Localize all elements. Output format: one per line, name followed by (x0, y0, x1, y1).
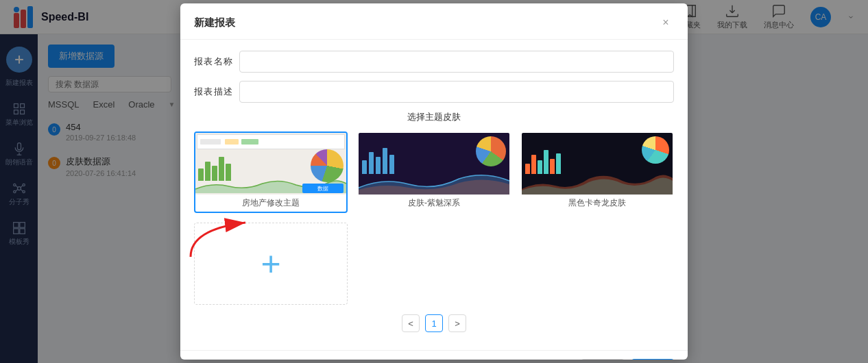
confirm-button[interactable]: 确定 (631, 359, 674, 360)
cancel-button[interactable]: 取消 (581, 359, 625, 360)
theme-add-card[interactable]: + (194, 223, 348, 305)
form-desc-label: 报表描述 (194, 86, 232, 98)
modal-footer: 填报 取消 确定 (180, 350, 688, 360)
pagination-next[interactable]: > (448, 314, 466, 332)
form-row-desc: 报表描述 (194, 81, 674, 103)
theme-preview-0: 数据 (195, 133, 346, 195)
form-name-input[interactable] (239, 51, 674, 73)
new-report-modal: 新建报表 × 报表名称 报表描述 选择主题皮肤 (180, 3, 688, 360)
form-desc-input[interactable] (239, 81, 674, 103)
modal-close-button[interactable]: × (658, 14, 674, 31)
theme-card-2[interactable]: 黑色卡奇龙皮肤 (520, 132, 674, 213)
theme-preview-1 (359, 133, 509, 195)
theme-name-2: 黑色卡奇龙皮肤 (522, 195, 673, 212)
theme-card-0[interactable]: 数据 房地产修改主题 (194, 132, 348, 213)
modal-header: 新建报表 × (180, 3, 688, 40)
form-name-label: 报表名称 (194, 55, 232, 68)
theme-add-plus-icon: + (261, 247, 280, 281)
theme-section-title: 选择主题皮肤 (194, 111, 674, 123)
theme-preview-2 (522, 133, 673, 195)
modal-body: 报表名称 报表描述 选择主题皮肤 (180, 40, 688, 350)
form-row-name: 报表名称 (194, 51, 674, 73)
modal-title: 新建报表 (194, 16, 235, 29)
pagination-current[interactable]: 1 (425, 314, 443, 332)
theme-name-1: 皮肤-紫魅深系 (359, 195, 509, 212)
theme-grid: 数据 房地产修改主题 (194, 132, 674, 305)
pagination: < 1 > (194, 314, 674, 332)
pagination-prev[interactable]: < (402, 314, 420, 332)
footer-actions: 取消 确定 (581, 359, 674, 360)
theme-card-1[interactable]: 皮肤-紫魅深系 (357, 132, 511, 213)
modal-overlay[interactable]: 新建报表 × 报表名称 报表描述 选择主题皮肤 (0, 0, 868, 363)
theme-name-0: 房地产修改主题 (195, 195, 346, 212)
